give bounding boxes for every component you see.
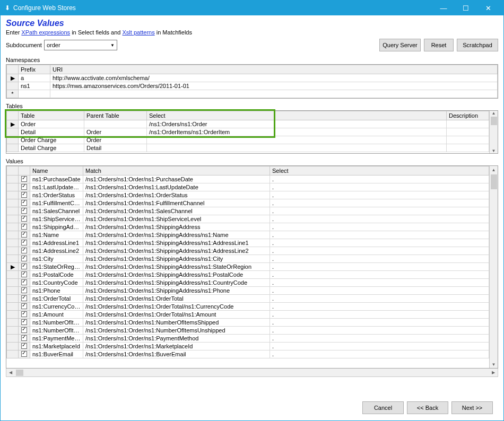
table-row[interactable]: ns1:Name/ns1:Orders/ns1:Order/ns1:Shippi… xyxy=(7,231,489,239)
row-checkbox-cell[interactable] xyxy=(19,263,30,271)
cell-uri[interactable]: http://www.acctivate.com/xmlschema/ xyxy=(50,74,498,82)
cell-match[interactable]: /ns1:Orders/ns1:Order/ns1:ShippingAddres… xyxy=(83,239,270,247)
row-checkbox-cell[interactable] xyxy=(19,191,30,199)
cell-select[interactable] xyxy=(147,144,447,152)
cell-match[interactable]: /ns1:Orders/ns1:Order/ns1:FulfillmentCha… xyxy=(83,199,270,207)
row-checkbox-cell[interactable] xyxy=(19,335,30,343)
col-uri[interactable]: URI xyxy=(50,65,498,74)
cell-select[interactable]: . xyxy=(270,335,489,343)
cancel-button[interactable]: Cancel xyxy=(362,401,404,414)
cell-parent[interactable]: Order xyxy=(84,128,147,136)
cell-match[interactable]: /ns1:Orders/ns1:Order/ns1:OrderTotal xyxy=(83,295,270,303)
next-button[interactable]: Next >> xyxy=(451,401,493,414)
row-checkbox-cell[interactable] xyxy=(19,183,30,191)
cell-name[interactable]: ns1:CurrencyCode xyxy=(30,303,83,311)
col-match[interactable]: Match xyxy=(83,166,270,176)
cell-select[interactable]: . xyxy=(270,199,489,207)
cell-match[interactable]: /ns1:Orders/ns1:Order/ns1:PurchaseDate xyxy=(83,176,270,183)
table-row[interactable]: ns1:CountryCode/ns1:Orders/ns1:Order/ns1… xyxy=(7,279,489,287)
cell-select[interactable]: . xyxy=(270,271,489,279)
col-select-v[interactable]: Select xyxy=(270,166,489,176)
cell-select[interactable]: . xyxy=(270,176,489,183)
checkbox-icon[interactable] xyxy=(21,351,27,357)
cell-select[interactable]: /ns1:Orders/ns1:Order xyxy=(147,120,447,128)
cell-match[interactable]: /ns1:Orders/ns1:Order/ns1:ShippingAddres… xyxy=(83,255,270,263)
table-row[interactable]: ns1:ShipServiceLev/ns1:Orders/ns1:Order/… xyxy=(7,215,489,223)
cell-select[interactable]: . xyxy=(270,287,489,295)
col-prefix[interactable]: Prefix xyxy=(19,65,50,74)
cell-match[interactable]: /ns1:Orders/ns1:Order/ns1:ShippingAddres… xyxy=(83,223,270,231)
cell-select[interactable]: . xyxy=(270,279,489,287)
cell-match[interactable]: /ns1:Orders/ns1:Order/ns1:ShippingAddres… xyxy=(83,263,270,271)
table-row[interactable]: ns1:Amount/ns1:Orders/ns1:Order/ns1:Orde… xyxy=(7,311,489,319)
checkbox-icon[interactable] xyxy=(21,176,27,182)
cell-name[interactable]: ns1:ShippingAddre: xyxy=(30,223,83,231)
table-row[interactable]: ns1:CurrencyCode/ns1:Orders/ns1:Order/ns… xyxy=(7,303,489,311)
cell-table[interactable]: Detail xyxy=(19,128,84,136)
cell-parent[interactable] xyxy=(84,120,147,128)
row-checkbox-cell[interactable] xyxy=(19,176,30,183)
cell-match[interactable]: /ns1:Orders/ns1:Order/ns1:ShippingAddres… xyxy=(83,231,270,239)
xpath-link[interactable]: XPath expressions xyxy=(21,29,70,36)
row-checkbox-cell[interactable] xyxy=(19,271,30,279)
row-checkbox-cell[interactable] xyxy=(19,319,30,327)
row-checkbox-cell[interactable] xyxy=(19,279,30,287)
cell-name[interactable]: ns1:AddressLine2 xyxy=(30,247,83,255)
table-row[interactable]: ns1:AddressLine2/ns1:Orders/ns1:Order/ns… xyxy=(7,247,489,255)
cell-description[interactable] xyxy=(447,120,489,128)
cell-table[interactable]: Order Charge xyxy=(19,136,84,144)
cell-select[interactable]: . xyxy=(270,191,489,199)
cell-name[interactable]: ns1:ShipServiceLev xyxy=(30,215,83,223)
cell-uri[interactable] xyxy=(50,90,498,98)
cell-parent[interactable]: Detail xyxy=(84,144,147,152)
col-select[interactable]: Select xyxy=(147,111,447,120)
cell-match[interactable]: /ns1:Orders/ns1:Order/ns1:ShippingAddres… xyxy=(83,271,270,279)
cell-select[interactable]: . xyxy=(270,350,489,358)
cell-select[interactable]: . xyxy=(270,183,489,191)
tables-scrollbar[interactable]: ▲▼ xyxy=(489,111,498,153)
cell-prefix[interactable]: ns1 xyxy=(19,82,50,90)
table-row[interactable]: ns1:OrderTotal/ns1:Orders/ns1:Order/ns1:… xyxy=(7,295,489,303)
col-name[interactable]: Name xyxy=(30,166,83,176)
cell-select[interactable] xyxy=(147,136,447,144)
checkbox-icon[interactable] xyxy=(21,248,27,253)
cell-name[interactable]: ns1:Phone xyxy=(30,287,83,295)
cell-match[interactable]: /ns1:Orders/ns1:Order/ns1:ShipServiceLev… xyxy=(83,215,270,223)
table-row[interactable]: ▶ns1:StateOrRegion/ns1:Orders/ns1:Order/… xyxy=(7,263,489,271)
table-row[interactable]: * xyxy=(7,90,498,98)
row-checkbox-cell[interactable] xyxy=(19,223,30,231)
checkbox-icon[interactable] xyxy=(21,240,27,245)
col-description[interactable]: Description xyxy=(447,111,489,120)
row-checkbox-cell[interactable] xyxy=(19,350,30,358)
cell-select[interactable]: . xyxy=(270,239,489,247)
scratchpad-button[interactable]: Scratchpad xyxy=(457,39,498,51)
checkbox-icon[interactable] xyxy=(21,256,27,261)
cell-name[interactable]: ns1:OrderTotal xyxy=(30,295,83,303)
values-scrollbar[interactable]: ▲▼ xyxy=(489,166,498,368)
cell-match[interactable]: /ns1:Orders/ns1:Order/ns1:NumberOfItemsS… xyxy=(83,319,270,327)
row-checkbox-cell[interactable] xyxy=(19,247,30,255)
cell-select[interactable]: . xyxy=(270,343,489,350)
cell-name[interactable]: ns1:AddressLine1 xyxy=(30,239,83,247)
checkbox-icon[interactable] xyxy=(21,184,27,190)
cell-select[interactable]: . xyxy=(270,295,489,303)
row-checkbox-cell[interactable] xyxy=(19,255,30,263)
back-button[interactable]: << Back xyxy=(407,401,448,414)
row-checkbox-cell[interactable] xyxy=(19,231,30,239)
checkbox-icon[interactable] xyxy=(21,208,27,214)
table-row[interactable]: ns1https://mws.amazonservices.com/Orders… xyxy=(7,82,498,90)
table-row[interactable]: ns1:PostalCode/ns1:Orders/ns1:Order/ns1:… xyxy=(7,271,489,279)
table-row[interactable]: ns1:City/ns1:Orders/ns1:Order/ns1:Shippi… xyxy=(7,255,489,263)
tables-grid[interactable]: Table Parent Table Select Description ▶O… xyxy=(6,110,498,154)
cell-name[interactable]: ns1:City xyxy=(30,255,83,263)
cell-select[interactable]: . xyxy=(270,311,489,319)
table-row[interactable]: ns1:FulfillmentChar/ns1:Orders/ns1:Order… xyxy=(7,199,489,207)
cell-name[interactable]: ns1:FulfillmentChar xyxy=(30,199,83,207)
row-checkbox-cell[interactable] xyxy=(19,303,30,311)
cell-uri[interactable]: https://mws.amazonservices.com/Orders/20… xyxy=(50,82,498,90)
maximize-button[interactable]: ☐ xyxy=(455,2,477,14)
table-row[interactable]: ▶Order/ns1:Orders/ns1:Order xyxy=(7,120,489,128)
row-checkbox-cell[interactable] xyxy=(19,295,30,303)
checkbox-icon[interactable] xyxy=(21,295,27,301)
row-checkbox-cell[interactable] xyxy=(19,287,30,295)
